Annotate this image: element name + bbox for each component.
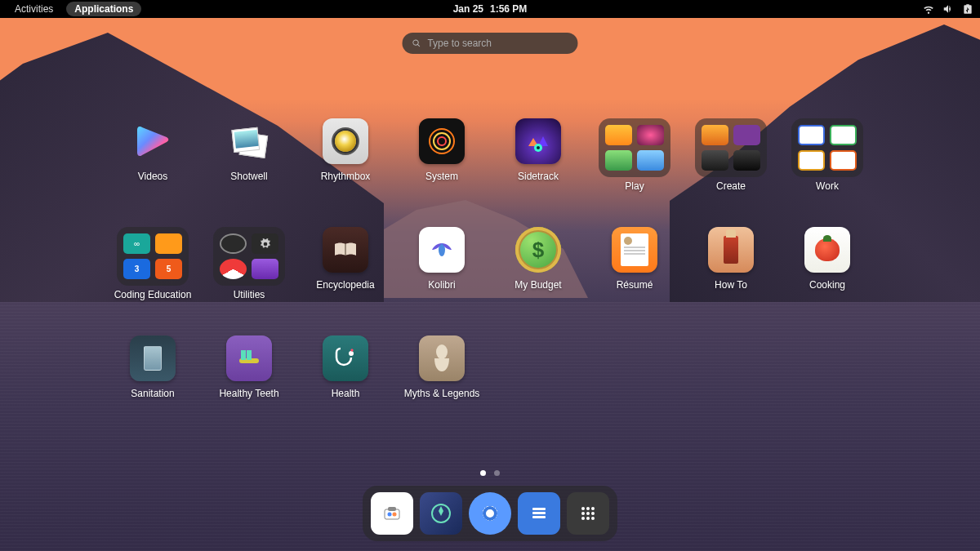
budget-icon: $ xyxy=(515,227,561,273)
health-icon xyxy=(323,335,368,381)
svg-point-27 xyxy=(591,517,595,520)
folder-icon: ∞ 3 5 xyxy=(117,227,189,286)
app-label: Coding Education xyxy=(114,289,192,300)
folder-play[interactable]: Play xyxy=(586,118,683,208)
svg-rect-8 xyxy=(247,350,252,360)
folder-create[interactable]: Create xyxy=(683,118,779,208)
folder-work[interactable]: Work xyxy=(779,118,875,208)
app-sanitation[interactable]: Sanitation xyxy=(105,335,201,425)
app-rhythmbox[interactable]: Rhythmbox xyxy=(297,118,394,208)
kolibri-icon xyxy=(419,227,465,273)
svg-rect-16 xyxy=(532,508,546,510)
activities-button[interactable]: Activities xyxy=(7,2,61,16)
app-shotwell[interactable]: Shotwell xyxy=(201,118,297,208)
cooking-icon xyxy=(804,227,850,273)
app-label: Rhythmbox xyxy=(321,171,371,182)
page-dot-2[interactable] xyxy=(494,470,500,476)
app-my-budget[interactable]: $ My Budget xyxy=(490,227,586,317)
app-encyclopedia[interactable]: Encyclopedia xyxy=(297,227,394,317)
folder-icon xyxy=(791,118,863,177)
svg-rect-12 xyxy=(388,507,396,511)
videos-icon xyxy=(130,118,176,164)
app-label: System xyxy=(425,171,458,182)
app-label: Kolibri xyxy=(428,279,455,291)
dock xyxy=(363,486,617,541)
app-label: Play xyxy=(625,180,644,192)
sanitation-icon xyxy=(130,335,176,381)
app-how-to[interactable]: How To xyxy=(683,227,779,317)
search-input[interactable] xyxy=(427,38,568,49)
applications-button[interactable]: Applications xyxy=(66,2,141,16)
dock-show-applications[interactable] xyxy=(567,492,609,535)
svg-point-10 xyxy=(436,344,448,359)
app-label: Résumé xyxy=(617,279,653,291)
svg-point-22 xyxy=(581,512,585,515)
svg-point-23 xyxy=(586,512,590,515)
folder-icon xyxy=(695,118,767,177)
svg-point-20 xyxy=(586,507,590,510)
app-kolibri[interactable]: Kolibri xyxy=(394,227,490,317)
app-label: Sidetrack xyxy=(518,171,559,182)
svg-point-21 xyxy=(591,507,595,510)
app-label: Myths & Legends xyxy=(404,388,480,399)
svg-point-9 xyxy=(349,351,354,356)
app-cooking[interactable]: Cooking xyxy=(779,227,875,317)
app-label: How To xyxy=(715,279,747,291)
app-grid: Videos Shotwell Rhythmbox System xyxy=(105,118,875,425)
system-icon xyxy=(419,118,465,164)
app-label: Sanitation xyxy=(131,388,174,399)
date-label: Jan 25 xyxy=(453,3,483,15)
svg-point-13 xyxy=(388,513,392,517)
resume-icon xyxy=(612,227,657,273)
app-label: Shotwell xyxy=(230,171,267,182)
app-label: Healthy Teeth xyxy=(219,388,278,399)
svg-rect-18 xyxy=(532,516,546,518)
app-label: My Budget xyxy=(514,279,561,291)
app-label: Videos xyxy=(138,171,167,182)
svg-point-26 xyxy=(586,517,590,520)
svg-rect-7 xyxy=(241,350,246,360)
app-healthy-teeth[interactable]: Healthy Teeth xyxy=(201,335,297,425)
search-icon xyxy=(412,38,421,48)
svg-point-4 xyxy=(537,146,540,149)
page-indicator[interactable] xyxy=(480,470,500,476)
app-label: Cooking xyxy=(809,279,845,291)
app-system-folder[interactable]: System xyxy=(394,118,490,208)
dock-files[interactable] xyxy=(518,492,560,535)
system-status-area[interactable] xyxy=(923,3,973,15)
app-health[interactable]: Health xyxy=(297,335,394,425)
myths-icon xyxy=(419,335,465,381)
app-videos[interactable]: Videos xyxy=(105,118,201,208)
folder-icon xyxy=(213,227,285,286)
app-myths-legends[interactable]: Myths & Legends xyxy=(394,335,490,425)
app-label: Health xyxy=(332,388,360,399)
svg-point-24 xyxy=(591,512,595,515)
svg-point-19 xyxy=(581,507,585,510)
svg-point-25 xyxy=(581,517,585,520)
page-dot-1[interactable] xyxy=(480,470,486,476)
svg-rect-17 xyxy=(532,512,546,514)
folder-coding-education[interactable]: ∞ 3 5 Coding Education xyxy=(105,227,201,317)
rhythmbox-icon xyxy=(323,118,368,164)
wifi-icon xyxy=(923,3,934,15)
app-label: Encyclopedia xyxy=(316,279,374,291)
volume-icon xyxy=(942,3,954,15)
howto-icon xyxy=(708,227,754,273)
clock[interactable]: Jan 25 1:56 PM xyxy=(453,3,528,15)
dock-endless[interactable] xyxy=(420,492,462,535)
search-bar[interactable] xyxy=(403,33,578,54)
sidetrack-icon xyxy=(515,118,561,164)
folder-utilities[interactable]: Utilities xyxy=(201,227,297,317)
app-resume[interactable]: Résumé xyxy=(586,227,683,317)
shotwell-icon xyxy=(226,118,272,164)
battery-icon xyxy=(962,3,973,15)
svg-point-1 xyxy=(434,133,450,149)
svg-point-14 xyxy=(393,513,397,517)
app-sidetrack[interactable]: Sidetrack xyxy=(490,118,586,208)
dock-app-center[interactable] xyxy=(371,492,413,535)
dock-chromium[interactable] xyxy=(469,492,511,535)
svg-point-2 xyxy=(438,137,446,145)
encyclopedia-icon xyxy=(323,227,368,273)
top-bar: Activities Applications Jan 25 1:56 PM xyxy=(0,0,980,18)
teeth-icon xyxy=(226,335,272,381)
